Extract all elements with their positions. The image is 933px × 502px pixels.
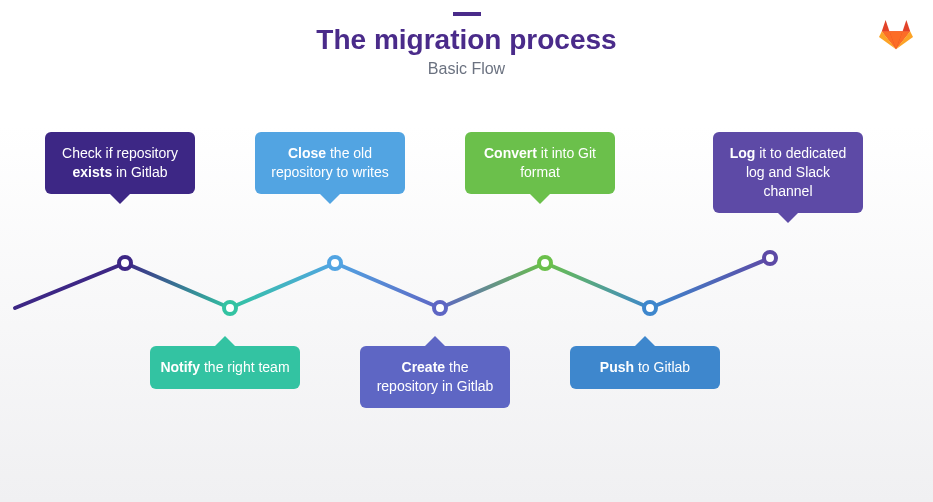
svg-line-2 (230, 263, 335, 308)
page-title: The migration process (0, 24, 933, 56)
step-card: Log it to dedicated log and Slack channe… (713, 132, 863, 213)
step-label: Create the repository in Gitlab (377, 359, 494, 394)
svg-line-4 (440, 263, 545, 308)
svg-line-1 (125, 263, 230, 308)
step-card: Create the repository in Gitlab (360, 346, 510, 408)
step-card: Convert it into Git format (465, 132, 615, 194)
svg-line-5 (545, 263, 650, 308)
title-accent (453, 12, 481, 16)
step-card: Notify the right team (150, 346, 300, 389)
step-label: Close the old repository to writes (271, 145, 388, 180)
svg-line-6 (650, 258, 770, 308)
step-card: Check if repository exists in Gitlab (45, 132, 195, 194)
step-label: Log it to dedicated log and Slack channe… (730, 145, 847, 199)
gitlab-logo-icon (879, 18, 913, 50)
flow-stage: Check if repository exists in GitlabNoti… (0, 108, 933, 488)
step-label: Convert it into Git format (484, 145, 596, 180)
flow-node (762, 250, 778, 266)
step-card: Push to Gitlab (570, 346, 720, 389)
page-subtitle: Basic Flow (0, 60, 933, 78)
flow-node (222, 300, 238, 316)
flow-node (117, 255, 133, 271)
flow-node (642, 300, 658, 316)
step-label: Notify the right team (160, 359, 289, 375)
flow-node (537, 255, 553, 271)
svg-line-3 (335, 263, 440, 308)
step-label: Push to Gitlab (600, 359, 690, 375)
step-label: Check if repository exists in Gitlab (62, 145, 178, 180)
flow-node (432, 300, 448, 316)
step-card: Close the old repository to writes (255, 132, 405, 194)
flow-node (327, 255, 343, 271)
svg-line-0 (15, 263, 125, 308)
